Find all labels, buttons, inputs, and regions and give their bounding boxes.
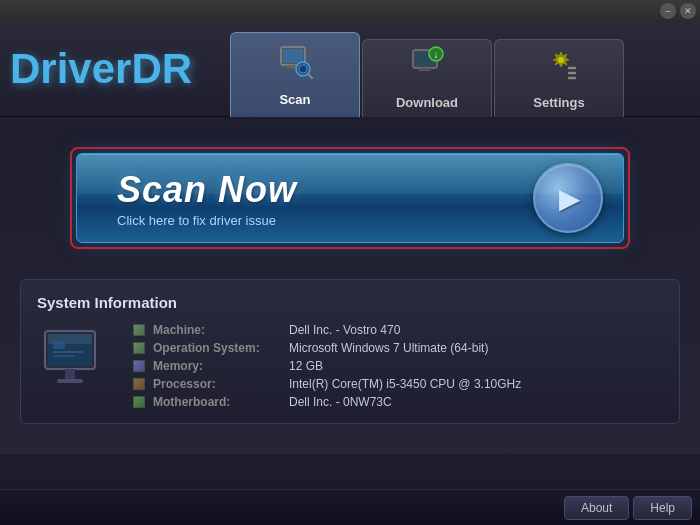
motherboard-value: Dell Inc. - 0NW73C <box>289 395 392 409</box>
info-row-machine: Machine: Dell Inc. - Vostro 470 <box>133 323 663 337</box>
svg-line-6 <box>308 74 312 78</box>
info-row-processor: Processor: Intel(R) Core(TM) i5-3450 CPU… <box>133 377 663 391</box>
tab-settings[interactable]: Settings <box>494 39 624 117</box>
scan-now-wrapper: Scan Now Click here to fix driver issue <box>70 147 630 249</box>
scan-tab-icon <box>277 43 313 86</box>
info-row-motherboard: Motherboard: Dell Inc. - 0NW73C <box>133 395 663 409</box>
footer: About Help <box>0 489 700 525</box>
content-area: Scan Now Click here to fix driver issue … <box>0 117 700 454</box>
monitor-icon <box>37 323 117 403</box>
svg-rect-20 <box>57 379 83 383</box>
motherboard-label: Motherboard: <box>153 395 283 409</box>
svg-rect-19 <box>65 369 75 379</box>
svg-point-5 <box>299 65 307 73</box>
download-tab-icon: ↓ <box>409 46 445 89</box>
minimize-button[interactable]: – <box>660 3 676 19</box>
logo: DriverDR <box>10 29 230 109</box>
memory-label: Memory: <box>153 359 283 373</box>
processor-label: Processor: <box>153 377 283 391</box>
scan-now-button[interactable]: Scan Now Click here to fix driver issue <box>76 153 624 243</box>
logo-text: DriverDR <box>10 45 192 93</box>
tab-scan[interactable]: Scan <box>230 32 360 117</box>
svg-rect-22 <box>53 351 83 353</box>
download-tab-label: Download <box>396 95 458 110</box>
nav-tabs: Scan ↓ Download <box>230 22 624 117</box>
about-button[interactable]: About <box>564 496 629 520</box>
svg-rect-21 <box>53 341 65 349</box>
machine-icon <box>133 324 145 336</box>
svg-rect-9 <box>419 68 431 71</box>
svg-rect-1 <box>283 49 303 63</box>
scan-sub-text: Click here to fix driver issue <box>117 213 276 228</box>
processor-icon <box>133 378 145 390</box>
os-icon <box>133 342 145 354</box>
svg-point-12 <box>558 57 564 63</box>
tab-download[interactable]: ↓ Download <box>362 39 492 117</box>
memory-value: 12 GB <box>289 359 323 373</box>
main-window: DriverDR Scan <box>0 22 700 525</box>
os-label: Operation System: <box>153 341 283 355</box>
header: DriverDR Scan <box>0 22 700 117</box>
system-info-box: System Information <box>20 279 680 424</box>
scan-tab-label: Scan <box>279 92 310 107</box>
info-table: Machine: Dell Inc. - Vostro 470 Operatio… <box>133 323 663 409</box>
scan-text-group: Scan Now Click here to fix driver issue <box>117 169 297 228</box>
scan-main-text: Scan Now <box>117 169 297 211</box>
info-row-memory: Memory: 12 GB <box>133 359 663 373</box>
info-row-os: Operation System: Microsoft Windows 7 Ul… <box>133 341 663 355</box>
os-value: Microsoft Windows 7 Ultimate (64-bit) <box>289 341 488 355</box>
machine-label: Machine: <box>153 323 283 337</box>
memory-icon <box>133 360 145 372</box>
machine-value: Dell Inc. - Vostro 470 <box>289 323 400 337</box>
svg-rect-23 <box>53 355 75 357</box>
system-info-content: Machine: Dell Inc. - Vostro 470 Operatio… <box>37 323 663 409</box>
title-bar: – ✕ <box>0 0 700 22</box>
motherboard-icon <box>133 396 145 408</box>
settings-tab-icon <box>541 46 577 89</box>
system-info-title: System Information <box>37 294 663 311</box>
close-button[interactable]: ✕ <box>680 3 696 19</box>
processor-value: Intel(R) Core(TM) i5-3450 CPU @ 3.10GHz <box>289 377 521 391</box>
help-button[interactable]: Help <box>633 496 692 520</box>
settings-tab-label: Settings <box>533 95 584 110</box>
svg-text:↓: ↓ <box>434 49 439 60</box>
scan-arrow-icon <box>533 163 603 233</box>
